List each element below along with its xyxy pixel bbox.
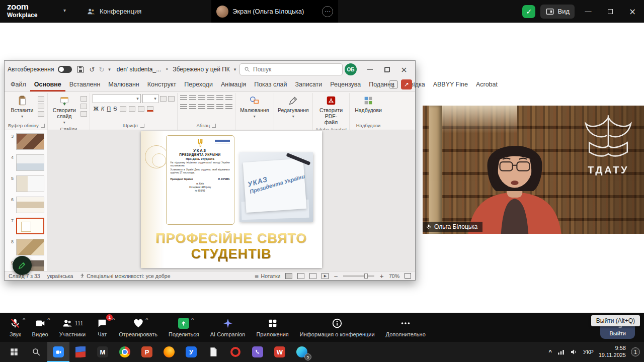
- meeting-info-button[interactable]: Информация о конференции: [294, 315, 380, 339]
- reading-view-button[interactable]: [309, 273, 316, 279]
- tab-design[interactable]: Конструкт: [143, 78, 181, 92]
- paste-button[interactable]: Вставити ▾: [8, 94, 36, 120]
- text-shadow-icon[interactable]: [120, 106, 126, 112]
- addins-button[interactable]: Надбудови: [352, 94, 384, 114]
- share-options-chevron-icon[interactable]: ^: [191, 317, 194, 322]
- numbering-icon[interactable]: [189, 95, 196, 101]
- new-slide-button[interactable]: Створити слайд ▾: [50, 94, 78, 126]
- tab-acrobat[interactable]: Acrobat: [472, 78, 502, 92]
- window-close-button[interactable]: ×: [624, 0, 641, 23]
- editing-button[interactable]: Редагування ▾: [277, 94, 310, 120]
- accessibility-status[interactable]: Спеціальні можливості: усе добре: [80, 273, 170, 279]
- participant-video[interactable]: ТДАТУ Ольга Білоцька: [423, 106, 644, 234]
- slide-thumbnail[interactable]: 5: [8, 175, 47, 192]
- saved-status[interactable]: Збережено у цей ПК: [173, 66, 230, 73]
- font-color-icon[interactable]: [147, 106, 153, 112]
- more-button[interactable]: Дополнительно: [380, 315, 431, 339]
- apps-button[interactable]: Приложения: [251, 315, 294, 339]
- chat-button[interactable]: 1 ^ Чат: [91, 315, 113, 339]
- grow-font-icon[interactable]: [160, 96, 167, 102]
- dialog-launcher-icon[interactable]: [41, 124, 45, 128]
- font-name-select[interactable]: ▾: [93, 94, 141, 103]
- tab-slideshow[interactable]: Показ слай: [250, 78, 291, 92]
- create-pdf-button[interactable]: Створити PDF-файл: [316, 94, 346, 126]
- tab-transitions[interactable]: Переходи: [180, 78, 217, 92]
- save-icon[interactable]: [76, 65, 85, 74]
- paragraph-dialog-launcher-icon[interactable]: [212, 124, 216, 128]
- bullets-icon[interactable]: [180, 95, 187, 101]
- align-center-icon[interactable]: [189, 104, 196, 110]
- taskbar-clock[interactable]: 9:58 19.11.2025: [599, 345, 626, 359]
- taskbar-opera-app[interactable]: [224, 342, 247, 362]
- account-avatar[interactable]: ОБ: [345, 63, 357, 75]
- shrink-font-icon[interactable]: [168, 96, 175, 102]
- video-options-chevron-icon[interactable]: ^: [47, 317, 50, 322]
- share-screen-button[interactable]: ^ Поделиться: [163, 315, 205, 339]
- change-case-icon[interactable]: [138, 106, 144, 112]
- fit-slide-button[interactable]: [405, 273, 411, 279]
- increase-indent-icon[interactable]: [207, 95, 214, 101]
- view-button[interactable]: Вид: [540, 5, 575, 19]
- taskbar-w-app[interactable]: W: [269, 342, 291, 362]
- ai-companion-button[interactable]: AI Companion: [205, 315, 251, 339]
- audio-options-chevron-icon[interactable]: ^: [23, 317, 25, 322]
- cut-icon[interactable]: [38, 96, 44, 102]
- font-size-select[interactable]: ▾: [142, 94, 158, 103]
- autosave-toggle[interactable]: [58, 66, 72, 73]
- slide-thumbnail-panel[interactable]: 3 4 5 6 7 8 9: [5, 130, 47, 271]
- taskbar-search-button[interactable]: [25, 342, 47, 362]
- tab-more-icon[interactable]: ⋯: [322, 6, 333, 17]
- tab-conference[interactable]: Конференция: [87, 0, 141, 23]
- smartart-icon[interactable]: [225, 104, 232, 110]
- strikethrough-button[interactable]: S: [113, 106, 117, 112]
- text-direction-icon[interactable]: [225, 95, 232, 101]
- tab-animations[interactable]: Анімація: [217, 78, 250, 92]
- format-painter-icon[interactable]: [38, 111, 44, 117]
- network-icon[interactable]: [557, 348, 565, 355]
- tab-abbyy[interactable]: ABBYY Fine: [429, 78, 472, 92]
- tray-expand-icon[interactable]: ^: [549, 349, 552, 355]
- drawing-button[interactable]: Малювання ▾: [238, 94, 271, 120]
- slide-thumbnail[interactable]: 8: [8, 239, 47, 255]
- tab-review[interactable]: Рецензува: [326, 78, 365, 92]
- italic-button[interactable]: К: [101, 106, 104, 112]
- bold-button[interactable]: Ж: [94, 106, 99, 112]
- tab-home[interactable]: Основне: [30, 78, 65, 92]
- align-right-icon[interactable]: [198, 104, 205, 110]
- tab-draw[interactable]: Малюванн: [104, 78, 143, 92]
- taskbar-zoom-app[interactable]: [47, 342, 69, 362]
- zoom-level[interactable]: 70%: [389, 273, 399, 279]
- taskbar-powerpoint-app[interactable]: P: [136, 342, 158, 362]
- underline-button[interactable]: П: [107, 106, 111, 112]
- tab-insert[interactable]: Вставленн: [65, 78, 105, 92]
- slideshow-view-button[interactable]: ▶: [321, 273, 329, 279]
- section-icon[interactable]: [80, 111, 87, 117]
- slide-thumbnail-selected[interactable]: 7: [8, 218, 47, 234]
- window-minimize-button[interactable]: —: [580, 0, 597, 23]
- annotation-pen-button[interactable]: [13, 256, 32, 275]
- ppt-minimize-button[interactable]: [362, 62, 378, 77]
- slide-canvas[interactable]: УКАЗ ПРЕЗИДЕНТА УКРАЇНИ Про День студент…: [47, 130, 415, 271]
- search-box[interactable]: Пошук: [239, 63, 343, 75]
- slide-sorter-view-button[interactable]: [297, 273, 304, 279]
- ppt-restore-button[interactable]: [379, 62, 395, 77]
- language-indicator[interactable]: українська: [47, 273, 73, 279]
- slide-thumbnail[interactable]: 3: [8, 133, 47, 150]
- volume-icon[interactable]: [570, 348, 578, 355]
- taskbar-document-app[interactable]: [202, 342, 224, 362]
- taskbar-firefox-app[interactable]: [158, 342, 180, 362]
- character-spacing-icon[interactable]: [129, 106, 135, 112]
- normal-view-button[interactable]: [285, 273, 292, 279]
- taskbar-u-app[interactable]: У: [180, 342, 202, 362]
- zoom-in-button[interactable]: +: [379, 273, 384, 279]
- taskbar-edge-app[interactable]: 5: [291, 342, 313, 362]
- workspace-chevron-icon[interactable]: ▾: [63, 8, 66, 13]
- copy-icon[interactable]: [38, 104, 44, 109]
- layout-icon[interactable]: [80, 96, 87, 102]
- ppt-close-button[interactable]: ×: [396, 62, 412, 77]
- tab-record[interactable]: Записати: [291, 78, 326, 92]
- font-dialog-launcher-icon[interactable]: [140, 124, 144, 128]
- reactions-button[interactable]: ^ Отреагировать: [113, 315, 163, 339]
- audio-button[interactable]: ^ Звук: [4, 315, 27, 339]
- reactions-chevron-icon[interactable]: ^: [145, 317, 148, 322]
